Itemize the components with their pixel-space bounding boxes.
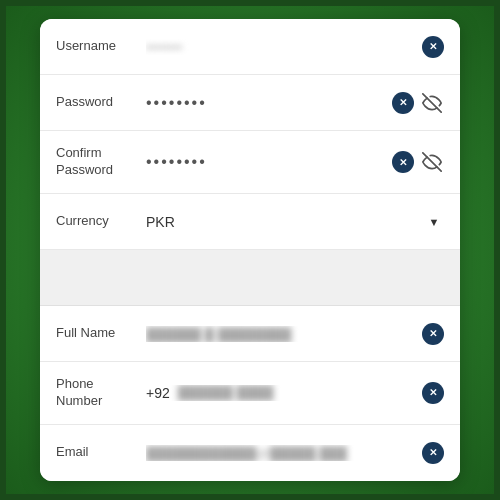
username-blurred: •••••••• [146, 40, 182, 55]
phone-number-value: +92 ██████ ████ [146, 385, 414, 401]
email-clear-icon[interactable] [422, 442, 444, 464]
confirm-password-clear-icon[interactable] [392, 151, 414, 173]
confirm-password-value: •••••••• [146, 153, 384, 171]
phone-clear-icon[interactable] [422, 382, 444, 404]
username-label: Username [56, 38, 146, 55]
currency-text: PKR [146, 214, 175, 230]
currency-actions [424, 212, 444, 232]
full-name-blurred: ██████ █ ████████ [146, 327, 291, 342]
phone-number-actions [422, 382, 444, 404]
confirm-password-dots: •••••••• [146, 153, 207, 170]
phone-number-row: PhoneNumber +92 ██████ ████ [40, 362, 460, 425]
currency-value: PKR [146, 214, 416, 230]
password-dots: •••••••• [146, 94, 207, 111]
full-name-actions [422, 323, 444, 345]
password-label: Password [56, 94, 146, 111]
username-actions [422, 36, 444, 58]
currency-row: Currency PKR [40, 194, 460, 250]
full-name-value: ██████ █ ████████ [146, 326, 414, 342]
confirm-password-label: ConfirmPassword [56, 145, 146, 179]
confirm-password-actions [392, 150, 444, 174]
email-value: ████████████@█████.███ [146, 445, 414, 461]
password-value: •••••••• [146, 94, 384, 112]
email-row: Email ████████████@█████.███ [40, 425, 460, 481]
username-row: Username •••••••• [40, 19, 460, 75]
phone-label-text: PhoneNumber [56, 376, 102, 408]
username-value: •••••••• [146, 39, 414, 55]
registration-form: Username •••••••• Password •••••••• [40, 19, 460, 481]
full-name-label: Full Name [56, 325, 146, 342]
phone-number-label: PhoneNumber [56, 376, 146, 410]
confirm-password-row: ConfirmPassword •••••••• [40, 131, 460, 194]
confirm-password-eye-icon[interactable] [420, 150, 444, 174]
email-actions [422, 442, 444, 464]
email-label: Email [56, 444, 146, 461]
confirm-label-text: ConfirmPassword [56, 145, 113, 177]
phone-prefix: +92 [146, 385, 170, 401]
password-actions [392, 91, 444, 115]
email-blurred: ████████████@█████.███ [146, 446, 347, 461]
password-row: Password •••••••• [40, 75, 460, 131]
phone-blurred: ██████ ████ [178, 385, 274, 400]
username-clear-icon[interactable] [422, 36, 444, 58]
full-name-clear-icon[interactable] [422, 323, 444, 345]
password-eye-icon[interactable] [420, 91, 444, 115]
section-separator [40, 250, 460, 306]
password-clear-icon[interactable] [392, 92, 414, 114]
currency-dropdown-icon[interactable] [424, 212, 444, 232]
full-name-row: Full Name ██████ █ ████████ [40, 306, 460, 362]
currency-label: Currency [56, 213, 146, 230]
